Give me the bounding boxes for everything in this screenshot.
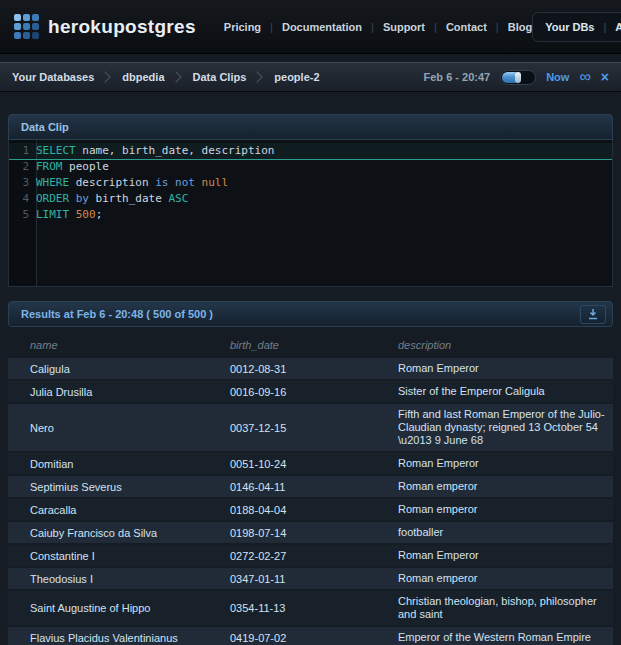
cell-description: footballer	[398, 526, 605, 539]
code-token	[69, 192, 76, 205]
code-token: by	[76, 192, 89, 205]
cell-birth-date: 0051-10-24	[230, 458, 398, 470]
cell-birth-date: 0272-02-27	[230, 550, 398, 562]
table-row: Caligula0012-08-31Roman Emperor	[8, 358, 613, 379]
nav-separator: |	[371, 21, 374, 33]
code-token: ORDER	[36, 192, 69, 205]
chevron-right-icon	[100, 71, 111, 82]
cell-name: Constantine I	[30, 550, 230, 562]
code-line: 4ORDER by birth_date ASC	[9, 191, 612, 207]
cell-birth-date: 0016-09-16	[230, 386, 398, 398]
cell-description: Roman Emperor	[398, 362, 605, 375]
cell-name: Caiuby Francisco da Silva	[30, 527, 230, 539]
cell-description: Sister of the Emperor Caligula	[398, 385, 605, 398]
cell-description: Emperor of the Western Roman Empire	[398, 631, 605, 644]
code-text: FROM people	[36, 159, 109, 175]
code-token: WHERE	[36, 176, 69, 189]
user-nav: Your DBs|Account|Log Out	[532, 12, 621, 42]
column-header-description: description	[398, 339, 605, 351]
results-title: Results at Feb 6 - 20:48 ( 500 of 500 )	[21, 308, 213, 320]
table-row: Domitian0051-10-24Roman Emperor	[8, 453, 613, 474]
nav-item-contact[interactable]: Contact	[446, 21, 487, 33]
breadcrumb-item-dbpedia[interactable]: dbpedia	[122, 71, 164, 83]
data-clip-title: Data Clip	[21, 121, 69, 133]
code-line: 5LIMIT 500;	[9, 207, 612, 223]
data-clip-panel: Data Clip 1SELECT name, birth_date, desc…	[8, 114, 613, 287]
cell-description: Fifth and last Roman Emperor of the Juli…	[398, 408, 605, 447]
chevron-right-icon	[170, 71, 181, 82]
code-token: not	[175, 176, 195, 189]
table-row: Theodosius I0347-01-11Roman emperor	[8, 568, 613, 589]
download-icon	[587, 308, 599, 320]
results-table: namebirth_datedescription Caligula0012-0…	[8, 335, 613, 645]
clip-timestamp: Feb 6 - 20:47	[424, 71, 491, 83]
table-row: Septimius Severus0146-04-11Roman emperor	[8, 476, 613, 497]
code-line: 2FROM people	[9, 159, 612, 175]
breadcrumb-item-your-databases[interactable]: Your Databases	[12, 71, 94, 83]
clip-controls: Feb 6 - 20:47 Now ∞ ×	[424, 69, 609, 85]
cell-name: Caracalla	[30, 504, 230, 516]
cell-birth-date: 0347-01-11	[230, 573, 398, 585]
close-icon[interactable]: ×	[601, 70, 609, 84]
download-button[interactable]	[580, 305, 606, 324]
cell-name: Septimius Severus	[30, 481, 230, 493]
code-token: people	[63, 160, 109, 173]
cell-birth-date: 0198-07-14	[230, 527, 398, 539]
breadcrumb-bar: Your DatabasesdbpediaData Clipspeople-2 …	[0, 62, 621, 92]
nav-item-pricing[interactable]: Pricing	[224, 21, 261, 33]
breadcrumb-item-data-clips[interactable]: Data Clips	[193, 71, 247, 83]
cell-birth-date: 0354-11-13	[230, 602, 398, 614]
now-button[interactable]: Now	[546, 71, 569, 83]
sql-code-editor[interactable]: 1SELECT name, birth_date, description2FR…	[8, 140, 613, 287]
cell-birth-date: 0146-04-11	[230, 481, 398, 493]
results-panel-header: Results at Feb 6 - 20:48 ( 500 of 500 )	[8, 301, 613, 327]
breadcrumb-item-people-2[interactable]: people-2	[274, 71, 319, 83]
cell-description: Roman emperor	[398, 480, 605, 493]
code-token: LIMIT	[36, 208, 69, 221]
nav-item-documentation[interactable]: Documentation	[282, 21, 362, 33]
table-row: Constantine I0272-02-27Roman Emperor	[8, 545, 613, 566]
cell-description: Roman emperor	[398, 503, 605, 516]
refresh-toggle[interactable]	[500, 70, 536, 85]
code-text: WHERE description is not null	[36, 175, 228, 191]
cell-description: Roman emperor	[398, 572, 605, 585]
cell-birth-date: 0012-08-31	[230, 363, 398, 375]
cell-name: Flavius Placidus Valentinianus	[30, 632, 230, 644]
code-token: FROM	[36, 160, 63, 173]
table-row: Julia Drusilla0016-09-16Sister of the Em…	[8, 381, 613, 402]
code-line: 3WHERE description is not null	[9, 175, 612, 191]
chevron-right-icon	[252, 71, 263, 82]
user-nav-account[interactable]: Account	[615, 21, 621, 33]
logo-text: herokupostgres	[48, 16, 196, 38]
cell-description: Roman Emperor	[398, 549, 605, 562]
nav-item-support[interactable]: Support	[383, 21, 425, 33]
nav-item-blog[interactable]: Blog	[508, 21, 532, 33]
heroku-postgres-dataclip-page: herokupostgres Pricing|Documentation|Sup…	[0, 0, 621, 645]
cell-name: Julia Drusilla	[30, 386, 230, 398]
toggle-knob[interactable]	[515, 72, 521, 83]
breadcrumb: Your DatabasesdbpediaData Clipspeople-2	[12, 71, 320, 83]
top-header: herokupostgres Pricing|Documentation|Sup…	[0, 0, 621, 54]
data-clip-panel-header: Data Clip	[8, 114, 613, 140]
cell-description: Roman Emperor	[398, 457, 605, 470]
cell-name: Domitian	[30, 458, 230, 470]
code-text: SELECT name, birth_date, description	[36, 143, 274, 159]
nav-separator: |	[434, 21, 437, 33]
line-number: 5	[9, 207, 36, 223]
cell-name: Theodosius I	[30, 573, 230, 585]
user-nav-your-dbs[interactable]: Your DBs	[545, 21, 594, 33]
permalink-icon[interactable]: ∞	[579, 69, 590, 85]
table-header-row: namebirth_datedescription	[8, 335, 613, 358]
code-token	[69, 208, 76, 221]
table-row: Caracalla0188-04-04Roman emperor	[8, 499, 613, 520]
cell-birth-date: 0188-04-04	[230, 504, 398, 516]
code-token: ASC	[168, 192, 188, 205]
line-number: 1	[9, 143, 36, 159]
column-header-name: name	[30, 339, 230, 351]
nav-separator: |	[496, 21, 499, 33]
line-number: 3	[9, 175, 36, 191]
logo[interactable]: herokupostgres	[14, 14, 196, 39]
heroku-logo-icon	[14, 14, 39, 39]
cell-name: Nero	[30, 422, 230, 434]
cell-birth-date: 0037-12-15	[230, 422, 398, 434]
